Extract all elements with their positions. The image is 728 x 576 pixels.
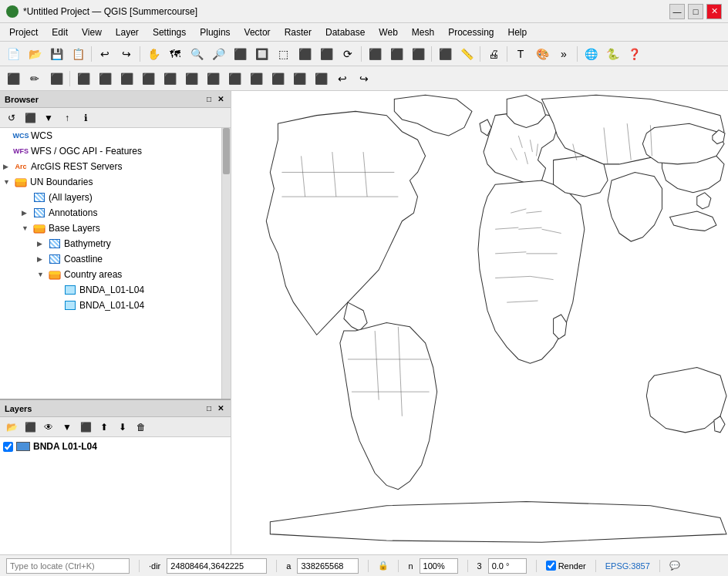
browser-filter-button[interactable]: ▼ [40,109,57,126]
browser-scrollbar-thumb[interactable] [223,128,230,174]
layers-remove-button[interactable]: 🗑 [133,419,150,436]
style-button[interactable]: 🎨 [532,44,552,64]
layers-move-down-button[interactable]: ⬇ [114,419,131,436]
coordinate-value[interactable] [167,558,267,574]
browser-tree-item-wcs[interactable]: WCS WCS [0,128,231,143]
browser-collapse-button[interactable]: ↑ [59,109,76,126]
digitize-btn-5[interactable]: ⬛ [160,69,180,89]
zoom-out-button[interactable]: 🔎 [208,44,228,64]
browser-info-button[interactable]: ℹ [77,109,94,126]
zoom-prev-button[interactable]: ⬛ [316,44,336,64]
digitize-btn-6[interactable]: ⬛ [181,69,201,89]
new-button[interactable]: 📄 [3,44,23,64]
message-icon[interactable]: 💬 [669,561,680,571]
digitize-btn-8[interactable]: ⬛ [224,69,244,89]
redo-button[interactable]: ↪ [116,44,136,64]
browser-tree-item-bnda1[interactable]: BNDA_L01-L04 [0,282,231,298]
open-button[interactable]: 📂 [25,44,45,64]
menu-item-raster[interactable]: Raster [278,25,318,39]
pan-map-button[interactable]: 🗺 [165,44,185,64]
browser-tree-item-baselayers[interactable]: ▼ Base Layers [0,221,231,236]
scale-value[interactable] [297,558,359,574]
menu-item-plugins[interactable]: Plugins [194,25,236,39]
browser-tree-item-coastline[interactable]: ▶ Coastline [0,251,231,267]
digitize-btn-9[interactable]: ⬛ [246,69,266,89]
browser-float-button[interactable]: □ [204,94,214,104]
layers-close-button[interactable]: ✕ [215,403,226,413]
more-button[interactable]: » [554,44,574,64]
menu-item-edit[interactable]: Edit [46,25,74,39]
zoom-layer-button[interactable]: 🔲 [251,44,271,64]
save-button[interactable]: 💾 [46,44,66,64]
zoom-full-button[interactable]: ⬛ [230,44,250,64]
save-edits-button[interactable]: ⬛ [46,69,66,89]
menu-item-vector[interactable]: Vector [238,25,277,39]
help-button[interactable]: ❓ [624,44,644,64]
layers-show-all-button[interactable]: 👁 [40,419,57,436]
maximize-button[interactable]: □ [688,4,703,19]
pan-button[interactable]: ✋ [143,44,163,64]
undo-button[interactable]: ↩ [95,44,115,64]
digitize-btn-4[interactable]: ⬛ [138,69,158,89]
zoom-value[interactable] [420,558,458,574]
browser-tree-item-bathymetry[interactable]: ▶ Bathymetry [0,236,231,251]
layers-move-up-button[interactable]: ⬆ [96,419,113,436]
browser-tree-item-alllayers[interactable]: (All layers) [0,190,231,205]
browser-tree-item-bnda2[interactable]: BNDA_L01-L04 [0,298,231,313]
layer-row-bnda[interactable]: BNDA L01-L04 [0,437,231,456]
select-rect-button[interactable]: ⬛ [386,44,406,64]
epsg-label[interactable]: EPSG:3857 [605,561,650,571]
globe-button[interactable]: 🌐 [581,44,601,64]
menu-item-project[interactable]: Project [3,25,44,39]
refresh-button[interactable]: ⟳ [338,44,358,64]
menu-item-mesh[interactable]: Mesh [406,25,440,39]
menu-item-processing[interactable]: Processing [442,25,500,39]
undo-edit-button[interactable]: ↩ [332,69,352,89]
measure-button[interactable]: 📏 [457,44,477,64]
minimize-button[interactable]: — [669,4,685,19]
digitize-btn-2[interactable]: ⬛ [95,69,115,89]
locate-input[interactable] [6,558,130,574]
zoom-in-button[interactable]: 🔍 [187,44,207,64]
identify-button[interactable]: ⬛ [435,44,455,64]
layers-add-group-button[interactable]: ⬛ [22,419,39,436]
layers-open-layer-button[interactable]: 📂 [3,419,20,436]
menu-item-view[interactable]: View [76,25,108,39]
toggle-edit-button[interactable]: ✏ [25,69,45,89]
label-button[interactable]: T [511,44,531,64]
menu-item-database[interactable]: Database [319,25,371,39]
layers-filter-layer-button[interactable]: ⬛ [77,419,94,436]
menu-item-settings[interactable]: Settings [147,25,192,39]
map-canvas[interactable] [231,91,728,554]
browser-tree-item-un[interactable]: ▼ UN Boundaries [0,174,231,190]
menu-item-help[interactable]: Help [502,25,534,39]
digitize-btn-7[interactable]: ⬛ [203,69,223,89]
browser-scrollbar[interactable] [221,128,231,399]
digitize-btn-11[interactable]: ⬛ [289,69,309,89]
redo-edit-button[interactable]: ↪ [354,69,374,89]
digitize-btn-1[interactable]: ⬛ [73,69,93,89]
digitize-btn-10[interactable]: ⬛ [268,69,288,89]
print-button[interactable]: 🖨 [484,44,504,64]
browser-close-button[interactable]: ✕ [215,94,226,104]
render-checkbox[interactable] [546,561,556,571]
select-button[interactable]: ⬛ [365,44,385,64]
zoom-next-button[interactable]: ⬛ [295,44,315,64]
menu-item-layer[interactable]: Layer [110,25,145,39]
rotation-value[interactable] [488,558,527,574]
layers-float-button[interactable]: □ [204,403,214,413]
browser-tree-item-countryareas[interactable]: ▼ Country areas [0,267,231,282]
digitize-btn-3[interactable]: ⬛ [116,69,136,89]
save-as-button[interactable]: 📋 [68,44,88,64]
close-button[interactable]: ✕ [706,4,722,19]
browser-add-button[interactable]: ⬛ [22,109,39,126]
deselect-button[interactable]: ⬛ [408,44,428,64]
layer-checkbox-bnda[interactable] [3,442,13,452]
menu-item-web[interactable]: Web [372,25,403,39]
browser-tree-item-arcgis[interactable]: ▶ Arc ArcGIS REST Servers [0,159,231,174]
zoom-selected-button[interactable]: ⬚ [273,44,293,64]
browser-tree-item-wfs[interactable]: WFS WFS / OGC API - Features [0,143,231,159]
layers-filter-button[interactable]: ▼ [59,419,76,436]
browser-tree-item-annotations[interactable]: ▶ Annotations [0,205,231,221]
digitize-btn-12[interactable]: ⬛ [311,69,331,89]
